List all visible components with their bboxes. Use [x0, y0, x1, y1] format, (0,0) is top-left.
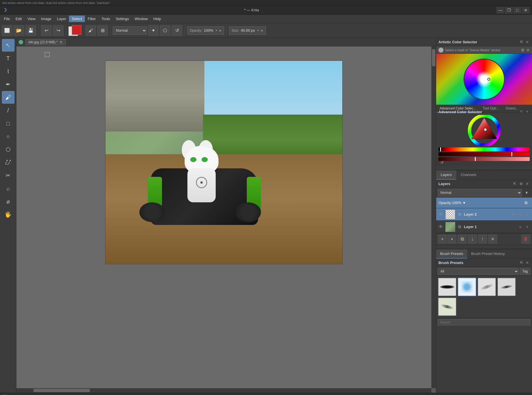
layer-action-btn-1b[interactable]: ✕ — [524, 224, 530, 230]
menu-window[interactable]: Window — [132, 16, 150, 22]
layer-name-1[interactable]: Layer 1 — [464, 225, 516, 229]
vertical-scrollbar-thumb[interactable] — [432, 49, 435, 66]
panel-float-icon[interactable]: ⇱ — [519, 40, 524, 45]
menu-image[interactable]: Image — [38, 16, 54, 22]
redo-button[interactable]: ↪ — [53, 25, 64, 36]
brush-search-input[interactable] — [438, 319, 530, 325]
layers-settings-icon[interactable]: ⚙ — [518, 181, 524, 186]
canvas-tab-close[interactable]: ✕ — [59, 40, 63, 44]
tab-brush-history[interactable]: Brush Preset History — [467, 249, 509, 259]
size-down-icon[interactable]: ▼ — [257, 29, 259, 32]
layers-blend-mode-select[interactable]: Normal — [438, 189, 522, 196]
panel-close-icon[interactable]: ✕ — [525, 40, 530, 45]
smudge-tool[interactable]: 🖐 — [2, 208, 14, 221]
menu-tools[interactable]: Tools — [99, 16, 113, 22]
tab-layers[interactable]: Layers — [436, 170, 456, 180]
layers-filter-icon[interactable]: ▼ — [523, 189, 530, 196]
menu-filter[interactable]: Filter — [85, 16, 99, 22]
save-document-button[interactable]: 💾 — [25, 25, 36, 36]
brush-preset-5[interactable] — [438, 297, 457, 316]
blend-mode-select[interactable]: Normal — [113, 26, 147, 35]
layers-copy-icon[interactable]: ⧉ — [522, 199, 530, 207]
select-tool[interactable]: ↖ — [2, 39, 14, 51]
opacity-right-icon[interactable]: ▶ — [219, 29, 222, 32]
canvas-image[interactable] — [105, 61, 343, 264]
opacity-down-icon[interactable]: ▼ — [215, 29, 218, 32]
hue-slider[interactable] — [438, 147, 530, 151]
canvas-tab-item[interactable]: kiki.jpg (22.8 MiB) * ✕ — [25, 39, 66, 45]
layers-close-icon[interactable]: ✕ — [525, 181, 530, 186]
menu-edit[interactable]: Edit — [13, 16, 25, 22]
menu-settings[interactable]: Settings — [113, 16, 132, 22]
layer-alpha-btn-2[interactable]: α — [517, 211, 524, 218]
adv-color-float-icon[interactable]: ⇱ — [519, 109, 524, 114]
resize-handle-2[interactable]: ····················· — [436, 245, 532, 249]
adv-color-close-icon[interactable]: ✕ — [525, 109, 530, 114]
horizontal-scrollbar-thumb[interactable] — [33, 389, 90, 392]
menu-file[interactable]: File — [1, 16, 13, 22]
calligraphy-tool[interactable]: ✒ — [2, 78, 14, 91]
move-layer-down-button[interactable]: ↓ — [468, 235, 477, 244]
window-minimize-button[interactable]: — — [496, 7, 504, 14]
brush-settings-button[interactable]: 🖌 — [85, 25, 96, 36]
layer-name-2[interactable]: Layer 2 — [464, 212, 509, 216]
smart-patch-tool[interactable]: ⌕ — [2, 182, 14, 195]
brush-preset-2[interactable] — [458, 278, 476, 296]
foreground-color-swatch[interactable] — [72, 25, 81, 35]
brush-preset-4[interactable] — [497, 278, 516, 296]
layers-opacity-down-icon[interactable]: ▼ — [462, 201, 466, 205]
brush-filter-select[interactable]: All — [438, 268, 519, 275]
eraser-button[interactable]: ✦ — [148, 25, 159, 36]
menu-help[interactable]: Help — [151, 16, 164, 22]
menu-view[interactable]: View — [25, 16, 38, 22]
layer-row-2[interactable]: 👁 ⧉ Layer 2 ⚙ α ✕ — [436, 208, 532, 221]
window-close-button[interactable]: ✕ — [522, 7, 530, 14]
color-indicator[interactable] — [487, 78, 490, 81]
brush-tag-button[interactable]: Tag — [520, 268, 530, 275]
layer-action-btn-2b[interactable]: ✕ — [524, 211, 530, 218]
vertical-scrollbar[interactable] — [431, 46, 436, 388]
scissors-tool[interactable]: ✂ — [2, 169, 14, 182]
color-triangle-container[interactable] — [466, 115, 503, 146]
value-slider[interactable] — [438, 157, 530, 161]
saturation-slider[interactable] — [438, 152, 530, 156]
freehand-path-tool[interactable]: ⌰ — [2, 156, 14, 169]
layer-row-1[interactable]: 👁 ⧉ Layer 1 α ✕ — [436, 221, 532, 233]
undo-button[interactable]: ↩ — [41, 25, 52, 36]
saturation-slider-handle[interactable] — [511, 152, 512, 156]
brush-close-icon[interactable]: ✕ — [525, 260, 530, 265]
add-layer-type-button[interactable]: ▼ — [447, 235, 457, 244]
hue-slider-handle[interactable] — [440, 147, 441, 151]
copy-layer-button[interactable]: ⧉ — [458, 235, 467, 244]
text-tool[interactable]: T — [2, 52, 14, 65]
brush-preset-3[interactable] — [477, 278, 496, 296]
gamut-close-icon[interactable]: ✕ — [526, 48, 530, 52]
brush-preset-1[interactable] — [438, 278, 457, 296]
freehand-select-tool[interactable]: ⌇ — [2, 65, 14, 78]
color-swatch-container[interactable]: ⇄ — [68, 25, 84, 36]
layer-action-btn-2a[interactable]: ⚙ — [511, 211, 517, 218]
line-tool[interactable]: / — [2, 104, 14, 117]
open-document-button[interactable]: 📂 — [14, 25, 24, 36]
gamut-configure-icon[interactable]: ⚙ — [521, 48, 525, 52]
zoom-fit-button[interactable]: ⊞ — [522, 393, 530, 395]
value-slider-handle[interactable] — [475, 157, 476, 161]
menu-layer[interactable]: Layer — [54, 16, 69, 22]
menu-select[interactable]: Select — [69, 16, 85, 22]
add-layer-button[interactable]: + — [438, 235, 447, 244]
rectangle-tool[interactable]: □ — [2, 117, 14, 130]
window-maximize-button[interactable]: □ — [513, 7, 521, 14]
brush-float-icon[interactable]: ⇱ — [519, 260, 524, 265]
horizontal-scrollbar[interactable] — [16, 388, 431, 393]
delete-layer-button[interactable]: 🗑 — [521, 235, 530, 244]
canvas-scroll-area[interactable] — [16, 46, 436, 393]
freehand-brush-tool[interactable]: 🖌 — [2, 91, 14, 104]
tab-brush-presets[interactable]: Brush Presets — [436, 249, 467, 259]
tab-channels[interactable]: Channels — [456, 170, 481, 180]
artistic-color-wheel[interactable] — [436, 54, 532, 105]
layer-visibility-2[interactable]: 👁 — [438, 212, 444, 217]
layer-properties-button[interactable]: ≡ — [488, 235, 497, 244]
swap-colors-icon[interactable]: ⇄ — [68, 26, 72, 30]
polygon-tool[interactable]: ⬡ — [2, 143, 14, 156]
layer-alpha-btn-1[interactable]: α — [517, 224, 524, 230]
